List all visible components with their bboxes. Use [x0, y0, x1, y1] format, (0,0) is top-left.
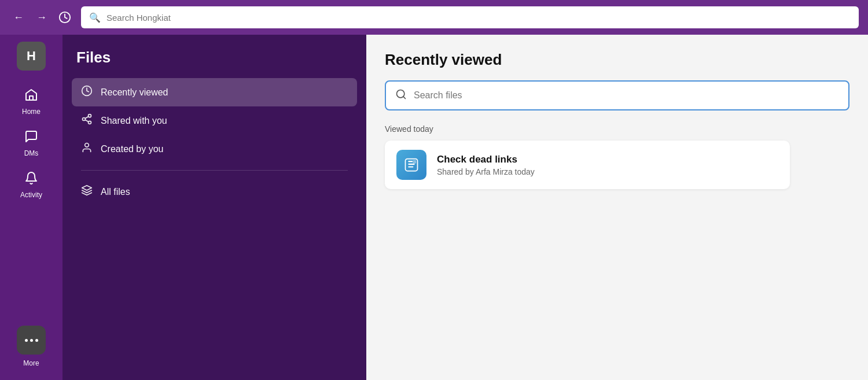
files-title: Files	[72, 49, 357, 67]
sidebar-item-home[interactable]: Home	[8, 82, 54, 121]
all-files-icon	[81, 185, 93, 199]
sidebar-item-activity-label: Activity	[20, 191, 42, 199]
viewed-today-label: Viewed today	[385, 124, 849, 134]
nav-controls: ← →	[9, 8, 74, 27]
svg-marker-9	[82, 186, 92, 190]
history-button[interactable]	[56, 8, 74, 27]
files-nav-recently-viewed[interactable]: Recently viewed	[72, 78, 357, 106]
dot2	[30, 339, 33, 342]
search-files-icon	[395, 88, 407, 103]
files-nav-created-by-you[interactable]: Created by you	[72, 135, 357, 163]
search-files-bar[interactable]	[385, 80, 849, 110]
svg-line-7	[85, 116, 89, 118]
shared-icon	[81, 113, 93, 128]
svg-line-11	[403, 96, 406, 98]
sidebar-item-more-label: More	[23, 359, 39, 367]
topbar: ← → 🔍	[0, 0, 868, 35]
file-card[interactable]: Check dead links Shared by Arfa Mirza to…	[385, 141, 790, 189]
activity-icon	[24, 171, 38, 189]
sidebar-item-more[interactable]: More	[8, 320, 54, 373]
svg-point-8	[85, 143, 89, 147]
dms-icon	[24, 130, 38, 147]
home-icon	[24, 88, 38, 105]
files-nav-shared-label: Shared with you	[101, 116, 167, 126]
svg-rect-13	[413, 160, 416, 164]
files-nav-shared-with-you[interactable]: Shared with you	[72, 106, 357, 135]
global-search-bar[interactable]: 🔍	[81, 6, 859, 28]
dot1	[25, 339, 28, 342]
main-layout: H Home DMs	[0, 35, 868, 380]
search-icon: 🔍	[89, 12, 101, 23]
page-title: Recently viewed	[385, 51, 849, 69]
file-name: Check dead links	[437, 154, 535, 165]
files-nav-all-files-label: All files	[101, 187, 130, 197]
file-info: Check dead links Shared by Arfa Mirza to…	[437, 154, 535, 176]
search-files-input[interactable]	[414, 90, 839, 101]
files-nav-all-files[interactable]: All files	[72, 178, 357, 206]
svg-rect-1	[30, 96, 33, 100]
created-by-you-icon	[81, 142, 93, 156]
sidebar-item-dms[interactable]: DMs	[8, 124, 54, 163]
svg-line-6	[85, 120, 89, 121]
file-icon-box	[396, 150, 426, 180]
content-area: Recently viewed Viewed today Check de	[366, 35, 868, 380]
avatar[interactable]: H	[17, 42, 46, 71]
sidebar-item-activity[interactable]: Activity	[8, 165, 54, 205]
sidebar-item-dms-label: DMs	[24, 149, 39, 157]
files-panel: Files Recently viewed Shared w	[62, 35, 366, 380]
files-nav-recently-viewed-label: Recently viewed	[101, 87, 168, 98]
files-nav-created-label: Created by you	[101, 144, 164, 154]
forward-button[interactable]: →	[32, 8, 51, 27]
recently-viewed-icon	[81, 85, 93, 99]
sidebar-left: H Home DMs	[0, 35, 62, 380]
sidebar-item-home-label: Home	[22, 108, 41, 116]
back-button[interactable]: ←	[9, 8, 28, 27]
more-dots-button[interactable]	[17, 326, 46, 355]
file-meta: Shared by Arfa Mirza today	[437, 167, 535, 176]
global-search-input[interactable]	[106, 13, 851, 23]
dot3	[35, 339, 38, 342]
files-divider	[81, 170, 348, 171]
